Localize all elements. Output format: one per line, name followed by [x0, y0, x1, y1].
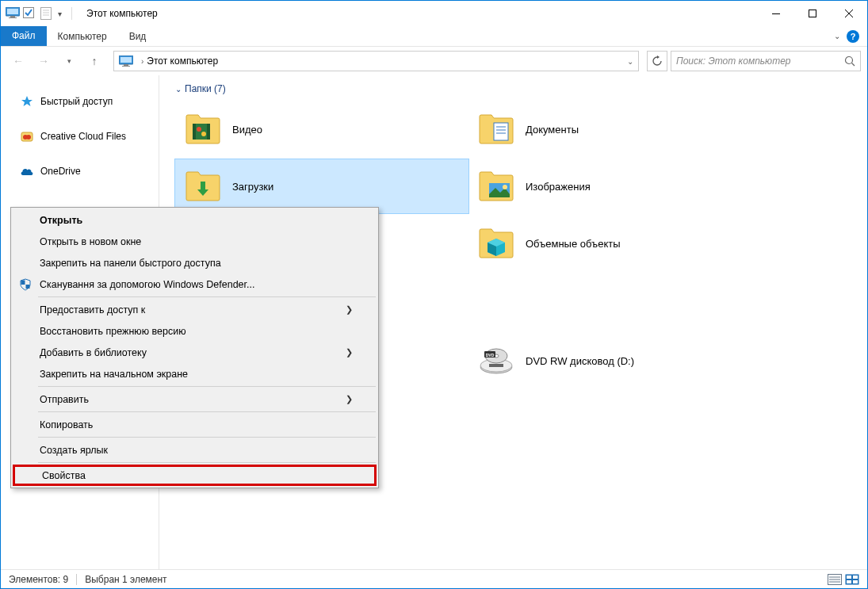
- explorer-window: ▾ Этот компьютер Файл Компьютер Вид ⌄ ? …: [0, 0, 868, 589]
- crumb-sep-icon[interactable]: ›: [141, 57, 143, 66]
- section-folders-header[interactable]: ⌄ Папки (7): [175, 83, 867, 94]
- section-label: Папки (7): [185, 83, 226, 94]
- dvd-drive-icon: DVD: [478, 345, 514, 377]
- submenu-arrow-icon: ❯: [346, 304, 353, 315]
- svg-rect-45: [847, 576, 851, 579]
- svg-point-23: [197, 127, 201, 132]
- folder-downloads[interactable]: Загрузки: [175, 159, 468, 213]
- maximize-button[interactable]: [794, 1, 831, 26]
- svg-point-30: [503, 185, 507, 189]
- sidebar-item-label: Быстрый доступ: [40, 96, 113, 107]
- sidebar-item-label: Creative Cloud Files: [40, 131, 126, 142]
- address-dropdown-icon[interactable]: ⌄: [627, 57, 633, 66]
- qat-properties-icon[interactable]: [40, 7, 53, 20]
- folder-documents[interactable]: Документы: [468, 102, 762, 156]
- svg-rect-47: [847, 580, 851, 583]
- ctx-restore-previous[interactable]: Восстановить прежнюю версию: [13, 320, 377, 342]
- cc-icon: [20, 129, 34, 143]
- svg-rect-38: [21, 280, 25, 285]
- ctx-pin-quick-access[interactable]: Закрепить на панели быстрого доступа: [13, 252, 377, 273]
- status-selected: Выбран 1 элемент: [85, 574, 166, 585]
- folder-label: Изображения: [526, 181, 591, 193]
- address-bar[interactable]: › Этот компьютер ⌄: [113, 51, 639, 71]
- svg-rect-21: [193, 124, 196, 140]
- qat-dropdown-icon[interactable]: ▾: [58, 10, 62, 18]
- qat-separator: [71, 7, 72, 20]
- svg-text:DVD: DVD: [486, 353, 495, 358]
- window-controls: [758, 1, 867, 26]
- ctx-copy[interactable]: Копировать: [13, 414, 377, 435]
- nav-recent-dropdown[interactable]: ▾: [58, 50, 80, 72]
- downloads-folder-icon: [185, 170, 221, 202]
- ctx-add-library[interactable]: Добавить в библиотеку❯: [13, 342, 377, 363]
- ctx-pin-start[interactable]: Закрепить на начальном экране: [13, 363, 377, 384]
- statusbar: Элементов: 9 Выбран 1 элемент: [1, 569, 867, 588]
- ctx-separator: [38, 296, 376, 297]
- ctx-properties[interactable]: Свойства: [13, 465, 377, 486]
- ctx-defender-scan[interactable]: Сканування за допомогою Windows Defender…: [13, 273, 377, 295]
- svg-rect-10: [809, 10, 816, 17]
- star-icon: [20, 94, 34, 109]
- svg-rect-48: [853, 580, 858, 583]
- submenu-arrow-icon: ❯: [346, 347, 353, 358]
- folder-3d-objects[interactable]: Объемные объекты: [468, 216, 762, 270]
- svg-rect-13: [124, 64, 128, 66]
- menu-view[interactable]: Вид: [118, 27, 158, 46]
- folder-images[interactable]: Изображения: [468, 159, 762, 213]
- nav-forward-button[interactable]: →: [33, 50, 55, 72]
- menu-file[interactable]: Файл: [1, 26, 47, 46]
- svg-rect-22: [207, 124, 210, 140]
- ctx-separator: [38, 437, 376, 438]
- nav-up-button[interactable]: ↑: [83, 50, 105, 72]
- ribbon-expand-icon[interactable]: ⌄: [834, 32, 840, 40]
- ctx-separator: [38, 411, 376, 412]
- qat-checkbox-icon[interactable]: [23, 7, 36, 20]
- sidebar-item-label: OneDrive: [40, 166, 81, 177]
- folder-video[interactable]: Видео: [175, 102, 468, 156]
- ctx-open[interactable]: Открыть: [13, 209, 377, 231]
- submenu-arrow-icon: ❯: [346, 394, 353, 404]
- svg-rect-12: [120, 57, 132, 63]
- collapse-icon: ⌄: [175, 85, 182, 94]
- defender-shield-icon: [17, 277, 33, 293]
- folder-label: Видео: [232, 124, 262, 136]
- ctx-open-new-window[interactable]: Открыть в новом окне: [13, 231, 377, 252]
- ribbon-right: ⌄ ?: [834, 30, 867, 43]
- refresh-button[interactable]: [647, 51, 667, 71]
- svg-point-24: [201, 132, 206, 136]
- sidebar-item-creative-cloud[interactable]: Creative Cloud Files: [1, 124, 159, 148]
- sidebar-item-onedrive[interactable]: OneDrive: [1, 159, 159, 183]
- context-menu: Открыть Открыть в новом окне Закрепить н…: [10, 207, 379, 488]
- ribbon-tabs: Файл Компьютер Вид ⌄ ?: [1, 26, 867, 47]
- folder-label: Загрузки: [232, 181, 273, 193]
- 3d-objects-folder-icon: [478, 228, 514, 259]
- navbar: ← → ▾ ↑ › Этот компьютер ⌄ Поиск: Этот к…: [1, 47, 867, 75]
- ctx-create-shortcut[interactable]: Создать ярлык: [13, 439, 377, 461]
- svg-rect-39: [26, 285, 30, 289]
- view-large-icons-icon[interactable]: [845, 574, 859, 585]
- ctx-grant-access[interactable]: Предоставить доступ к❯: [13, 299, 377, 320]
- svg-rect-46: [853, 576, 858, 579]
- folder-label: Документы: [526, 124, 579, 136]
- svg-rect-33: [489, 364, 503, 367]
- svg-rect-5: [41, 8, 52, 20]
- nav-back-button[interactable]: ←: [7, 50, 29, 72]
- view-details-icon[interactable]: [828, 574, 842, 585]
- minimize-button[interactable]: [758, 1, 794, 26]
- documents-folder-icon: [478, 113, 514, 145]
- svg-rect-1: [7, 9, 18, 14]
- view-mode-switcher: [828, 574, 859, 585]
- sidebar-item-quick-access[interactable]: Быстрый доступ: [1, 90, 159, 113]
- search-icon[interactable]: [844, 55, 855, 67]
- address-right: ⌄: [627, 57, 633, 66]
- breadcrumb[interactable]: Этот компьютер: [147, 55, 218, 67]
- help-icon[interactable]: ?: [847, 30, 859, 43]
- status-divider: [76, 574, 77, 585]
- window-title: Этот компьютер: [86, 8, 158, 19]
- menu-computer[interactable]: Компьютер: [47, 27, 118, 46]
- svg-rect-2: [10, 16, 15, 17]
- drive-dvd[interactable]: DVD DVD RW дисковод (D:): [468, 335, 762, 386]
- search-input[interactable]: Поиск: Этот компьютер: [671, 51, 861, 71]
- close-button[interactable]: [831, 1, 867, 26]
- ctx-send-to[interactable]: Отправить❯: [13, 388, 377, 410]
